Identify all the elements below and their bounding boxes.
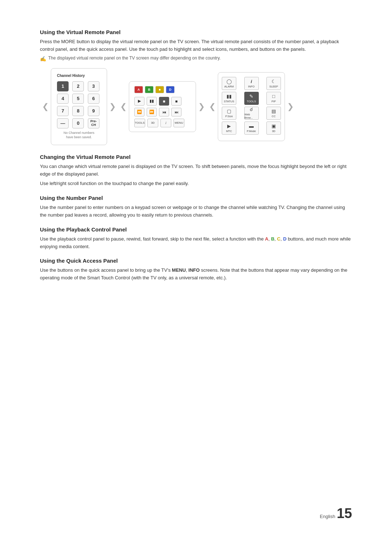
- section-changing-virtual-remote: Changing the Virtual Remote Panel You ca…: [40, 154, 352, 188]
- right-arrow-2-icon: ❯: [196, 102, 207, 111]
- footer: English 15: [320, 506, 352, 520]
- btn-c: ■: [155, 86, 164, 93]
- letter-d: D: [283, 236, 286, 242]
- next-btn: ⏭: [171, 108, 181, 116]
- section-title-quick-access: Using the Quick Access Panel: [40, 258, 352, 264]
- section-using-virtual-remote: Using the Virtual Remote Panel Press the…: [40, 29, 352, 145]
- 3d-icon-cell: 3D: [147, 119, 158, 127]
- num-btn-dash: —: [57, 118, 69, 128]
- icon-row: TOOLS 3D i MENU: [134, 119, 191, 127]
- channel-note: No Channel numbershave been saved.: [57, 131, 101, 140]
- virtual-remote-para-1: Press the MORE button to display the vir…: [40, 38, 352, 53]
- number-panel-para: Use the number panel to enter numbers on…: [40, 204, 352, 219]
- section-title-playback: Using the Playback Control Panel: [40, 226, 352, 233]
- letter-c: C: [277, 236, 280, 242]
- playback-row-1: ▶ ▮▮ ■ ■: [134, 97, 191, 106]
- rew-btn: ⏪: [134, 108, 144, 116]
- changing-para-2: Use left/right scroll function on the to…: [40, 180, 352, 188]
- alarm-icon: ◯: [226, 79, 232, 84]
- rec-btn: ■: [171, 97, 181, 106]
- remote-panels-illustration: ❮ Channel History 1 2 3 4 5 6 7 8 9 — 0 …: [40, 68, 352, 145]
- color-buttons-row: A B ■ D: [134, 86, 191, 93]
- pip-btn: □ PIP: [266, 92, 281, 105]
- qa-row-2: ▮▮ STATUS ✎ TOOLS □ PIP: [222, 92, 281, 105]
- tools-sym-icon: ✎: [249, 94, 253, 99]
- section-playback-panel: Using the Playback Control Panel Use the…: [40, 226, 352, 251]
- sleep-icon: ☾: [271, 79, 276, 84]
- cc-btn: ▤ CC: [266, 107, 281, 120]
- num-btn-0: 0: [72, 118, 84, 128]
- right-arrow-1-icon: ❯: [107, 102, 118, 111]
- status-icon: ▮▮: [226, 94, 232, 99]
- btn-d: D: [166, 86, 175, 93]
- num-btn-7: 7: [57, 106, 69, 116]
- num-btn-3: 3: [88, 81, 99, 91]
- quick-access-para: Use the buttons on the quick access pane…: [40, 267, 352, 282]
- section-quick-access: Using the Quick Access Panel Use the but…: [40, 258, 352, 282]
- section-number-panel: Using the Number Panel Use the number pa…: [40, 195, 352, 219]
- pause-btn: ▮▮: [147, 97, 157, 106]
- prev-btn: ⏮: [159, 108, 169, 116]
- section-title-number: Using the Number Panel: [40, 195, 352, 201]
- pip-icon: □: [272, 94, 275, 99]
- channel-label: Channel History: [57, 74, 101, 78]
- left-arrow-icon: ❮: [40, 102, 51, 111]
- qa-row-4: ▶ MTC ▬ P.Mode ▣ 3D: [222, 122, 281, 135]
- mtc-btn: ▶ MTC: [222, 122, 236, 135]
- info-icon-cell: i: [160, 119, 171, 127]
- fwd-btn: ⏩: [147, 108, 157, 116]
- footer-page-number: 15: [337, 506, 352, 520]
- webbrow-icon: ☌: [250, 107, 253, 112]
- info-bold: INFO: [188, 267, 200, 273]
- status-btn: ▮▮ STATUS: [222, 92, 236, 105]
- num-btn-5: 5: [72, 94, 84, 104]
- letter-a: A: [265, 236, 268, 242]
- num-btn-prech: Pre-CH: [88, 118, 99, 128]
- 3d-icon: ▣: [271, 123, 276, 129]
- footer-language: English: [320, 514, 335, 519]
- alarm-btn: ◯ ALARM: [222, 77, 236, 90]
- num-btn-8: 8: [72, 106, 84, 116]
- cc-icon: ▤: [271, 108, 276, 114]
- qa-row-1: ◯ ALARM i INFO ☾ SLEEP: [222, 77, 281, 90]
- num-btn-1: 1: [57, 81, 69, 91]
- webbrow-btn: ☌ Web Brow...: [244, 107, 259, 120]
- num-btn-4: 4: [57, 94, 69, 104]
- num-btn-2: 2: [72, 81, 84, 91]
- btn-a: A: [134, 86, 143, 93]
- sleep-btn: ☾ SLEEP: [266, 77, 281, 90]
- 3d-btn: ▣ 3D: [266, 122, 281, 135]
- stop-btn: ■: [159, 97, 169, 106]
- right-arrow-3-icon: ❯: [285, 102, 296, 111]
- info-icon: i: [251, 79, 252, 84]
- playback-panel-para: Use the playback control panel to pause,…: [40, 235, 352, 251]
- info-btn: i INFO: [244, 77, 259, 90]
- num-btn-6: 6: [88, 94, 99, 104]
- num-btn-9: 9: [88, 106, 99, 116]
- quick-access-panel: ◯ ALARM i INFO ☾ SLEEP ▮▮: [218, 72, 285, 141]
- menu-bold: MENU: [172, 267, 186, 273]
- psize-btn: ▢ P.Size: [222, 107, 236, 120]
- playback-row-2: ⏪ ⏩ ⏮ ⏭: [134, 108, 191, 116]
- left-arrow-2-icon: ❮: [118, 102, 129, 111]
- changing-para-1: You can change which virtual remote pane…: [40, 163, 352, 178]
- pmode-btn: ▬ P.Mode: [244, 122, 259, 135]
- psize-icon: ▢: [227, 108, 231, 114]
- btn-b: B: [145, 86, 154, 93]
- page-content: Using the Virtual Remote Panel Press the…: [0, 0, 392, 313]
- play-btn: ▶: [134, 97, 144, 106]
- mtc-icon: ▶: [227, 123, 231, 129]
- number-grid: 1 2 3 4 5 6 7 8 9 — 0 Pre-CH: [57, 81, 101, 128]
- number-panel: Channel History 1 2 3 4 5 6 7 8 9 — 0 Pr…: [51, 68, 107, 145]
- letter-b: B: [271, 236, 274, 242]
- qa-row-3: ▢ P.Size ☌ Web Brow... ▤ CC: [222, 107, 281, 120]
- left-arrow-3-icon: ❮: [207, 102, 218, 111]
- section-title-virtual-remote: Using the Virtual Remote Panel: [40, 29, 352, 35]
- tools-icon-cell: TOOLS: [134, 119, 145, 127]
- section-title-changing: Changing the Virtual Remote Panel: [40, 154, 352, 160]
- tools-btn: ✎ TOOLS: [244, 92, 259, 105]
- note-icon: ✍: [40, 56, 46, 62]
- playback-panel: A B ■ D ▶ ▮▮ ■ ■ ⏪ ⏩ ⏮ ⏭: [129, 81, 196, 132]
- menu-icon-cell: MENU: [173, 119, 184, 127]
- pmode-icon: ▬: [249, 123, 254, 129]
